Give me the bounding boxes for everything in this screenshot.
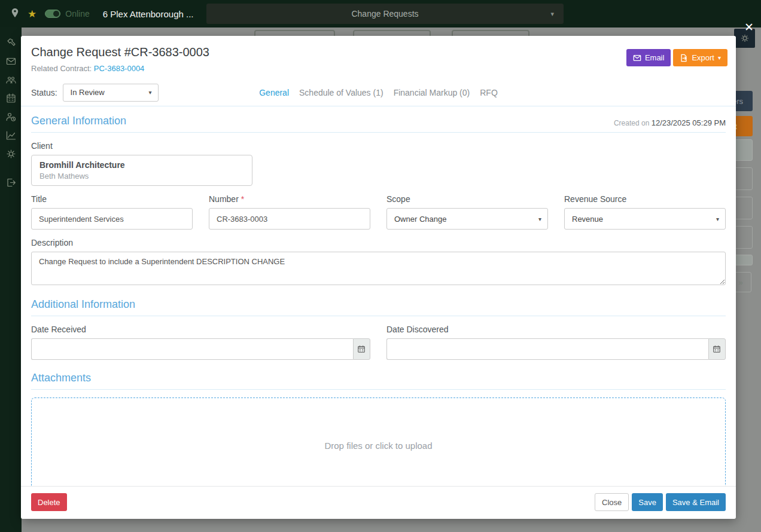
number-input[interactable] <box>209 208 370 230</box>
created-on: Created on 12/23/2025 05:29 PM <box>614 118 726 127</box>
save-and-email-button[interactable]: Save & Email <box>666 493 726 511</box>
chevron-down-icon: ▾ <box>149 89 152 96</box>
page-title: Change Request #CR-3683-0003 <box>31 45 209 59</box>
calendar-icon <box>713 345 721 353</box>
module-dropdown[interactable]: Change Requests ▾ <box>206 4 564 24</box>
created-on-value: 12/23/2025 05:29 PM <box>652 118 726 127</box>
project-name[interactable]: 6 Plex Attenborough ... <box>103 9 194 19</box>
email-button-label: Email <box>645 53 665 62</box>
revenue-source-select[interactable]: Revenue ▾ <box>564 208 726 230</box>
calendar-picker-button[interactable] <box>708 338 726 360</box>
favorite-star-icon[interactable]: ★ <box>28 8 36 20</box>
section-title-additional: Additional Information <box>31 298 135 311</box>
tab-general[interactable]: General <box>259 88 289 97</box>
gear-icon[interactable] <box>6 149 16 159</box>
related-contract-link[interactable]: PC-3683-0004 <box>94 64 145 73</box>
calendar-icon[interactable] <box>6 93 16 103</box>
topbar: ★ Online 6 Plex Attenborough ... Change … <box>0 0 761 27</box>
online-status-label: Online <box>65 9 89 19</box>
chart-line-icon[interactable] <box>6 130 16 140</box>
status-value: In Review <box>71 88 105 97</box>
change-request-modal: Change Request #CR-3683-0003 Related Con… <box>21 36 736 519</box>
sidebar <box>0 27 22 532</box>
revenue-source-label: Revenue Source <box>564 194 726 204</box>
client-name: Bromhill Architecture <box>39 160 244 170</box>
location-pin-icon[interactable] <box>11 8 19 20</box>
envelope-icon <box>633 54 641 62</box>
general-information-header: General Information Created on 12/23/202… <box>31 115 726 133</box>
title-input[interactable] <box>31 208 193 230</box>
user-clock-icon[interactable] <box>6 112 16 122</box>
tab-schedule-of-values[interactable]: Schedule of Values (1) <box>299 88 383 97</box>
team-icon[interactable] <box>6 75 16 85</box>
delete-button[interactable]: Delete <box>31 493 67 511</box>
client-label: Client <box>31 141 726 151</box>
dropzone-text: Drop files or click to upload <box>324 441 432 451</box>
modal-content: General Information Created on 12/23/202… <box>21 106 736 486</box>
description-textarea[interactable]: Change Request to include a Superintende… <box>31 252 726 285</box>
required-asterisk: * <box>241 194 244 204</box>
tab-rfq[interactable]: RFQ <box>480 88 498 97</box>
scope-label: Scope <box>386 194 548 204</box>
export-button-label: Export <box>692 53 714 62</box>
calendar-icon <box>357 345 366 353</box>
close-button[interactable]: Close <box>595 493 629 511</box>
tab-bar: General Schedule of Values (1) Financial… <box>259 88 498 97</box>
related-contract: Related Contract: PC-3683-0004 <box>31 64 209 73</box>
export-file-icon <box>680 54 688 62</box>
revenue-source-value: Revenue <box>572 215 603 224</box>
section-title-general: General Information <box>31 115 126 127</box>
online-toggle[interactable] <box>45 10 60 18</box>
additional-information-header: Additional Information <box>31 298 726 316</box>
chevron-down-icon: ▾ <box>538 216 541 222</box>
number-label-text: Number <box>209 194 239 204</box>
date-discovered-input[interactable] <box>386 338 708 360</box>
status-select[interactable]: In Review ▾ <box>63 84 159 102</box>
modal-header: Change Request #CR-3683-0003 Related Con… <box>21 36 736 79</box>
title-label: Title <box>31 194 193 204</box>
module-dropdown-label: Change Requests <box>351 9 418 19</box>
app-screen: ★ Online 6 Plex Attenborough ... Change … <box>0 0 761 532</box>
number-label: Number * <box>209 194 370 204</box>
save-button[interactable]: Save <box>632 493 663 511</box>
calendar-picker-button[interactable] <box>353 338 370 360</box>
attachments-header: Attachments <box>31 372 726 390</box>
status-label: Status: <box>31 88 57 97</box>
related-contract-label: Related Contract: <box>31 64 92 73</box>
email-button[interactable]: Email <box>626 49 671 66</box>
created-on-label: Created on <box>614 119 649 127</box>
scope-select[interactable]: Owner Change ▾ <box>386 208 548 230</box>
close-icon[interactable]: ✕ <box>744 22 754 33</box>
client-contact: Beth Mathews <box>39 172 244 181</box>
modal-footer: Delete Close Save Save & Email <box>21 486 736 519</box>
hammer-icon[interactable] <box>6 38 16 48</box>
scope-value: Owner Change <box>394 215 446 224</box>
tab-financial-markup[interactable]: Financial Markup (0) <box>394 88 470 97</box>
chevron-down-icon: ▾ <box>718 54 721 61</box>
date-received-label: Date Received <box>31 325 370 334</box>
file-dropzone[interactable]: Drop files or click to upload <box>31 398 726 486</box>
export-button[interactable]: Export ▾ <box>673 49 727 66</box>
section-title-attachments: Attachments <box>31 372 91 384</box>
description-label: Description <box>31 238 726 247</box>
date-discovered-label: Date Discovered <box>386 325 726 334</box>
envelope-icon[interactable] <box>6 56 16 66</box>
chevron-down-icon: ▾ <box>716 216 719 222</box>
date-received-input[interactable] <box>31 338 353 360</box>
chevron-down-icon: ▾ <box>550 10 554 18</box>
toggle-knob <box>53 11 59 17</box>
client-card[interactable]: Bromhill Architecture Beth Mathews <box>31 155 252 186</box>
status-row: Status: In Review ▾ General Schedule of … <box>21 79 736 106</box>
sign-out-icon[interactable] <box>6 178 16 188</box>
